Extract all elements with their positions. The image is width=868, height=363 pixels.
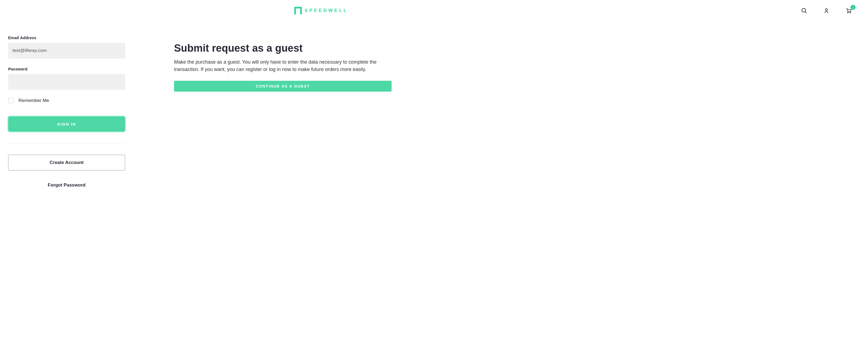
- brand-logo-icon: [294, 7, 302, 14]
- svg-point-4: [850, 12, 850, 13]
- remember-me-label: Remember Me: [19, 98, 49, 103]
- email-field[interactable]: [8, 43, 125, 58]
- password-label: Password: [8, 67, 125, 71]
- divider: [8, 143, 125, 143]
- forgot-password-link[interactable]: Forgot Password: [8, 182, 125, 188]
- guest-panel: Submit request as a guest Make the purch…: [174, 35, 392, 188]
- user-icon[interactable]: [824, 8, 829, 13]
- svg-point-2: [825, 9, 827, 10]
- brand-logo[interactable]: SPEEDWELL: [294, 7, 348, 14]
- header-actions: 1: [801, 8, 852, 13]
- svg-line-1: [805, 12, 807, 13]
- guest-title: Submit request as a guest: [174, 42, 392, 54]
- remember-me-row: Remember Me: [8, 98, 125, 103]
- cart-count-badge: 1: [850, 5, 856, 10]
- remember-me-checkbox[interactable]: [8, 98, 13, 103]
- sign-in-panel: Email Address Password Remember Me SIGN …: [8, 35, 125, 188]
- search-icon[interactable]: [801, 8, 807, 13]
- guest-description: Make the purchase as a guest. You will o…: [174, 58, 392, 73]
- create-account-button[interactable]: Create Account: [8, 155, 125, 171]
- password-field[interactable]: [8, 74, 125, 90]
- brand-logo-text: SPEEDWELL: [305, 8, 348, 13]
- cart-button[interactable]: 1: [846, 8, 852, 13]
- continue-as-guest-button[interactable]: CONTINUE AS A GUEST: [174, 81, 392, 92]
- page-content: Email Address Password Remember Me SIGN …: [0, 19, 868, 196]
- email-label: Email Address: [8, 35, 125, 40]
- svg-point-3: [847, 12, 848, 13]
- site-header: SPEEDWELL 1: [0, 0, 868, 19]
- sign-in-button[interactable]: SIGN IN: [8, 116, 125, 131]
